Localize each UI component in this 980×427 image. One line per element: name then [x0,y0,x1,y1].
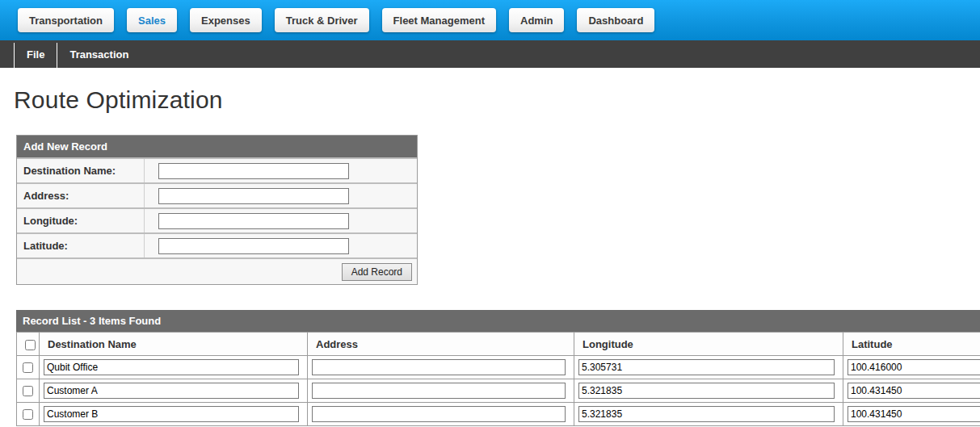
row-longitude-input[interactable] [578,406,835,422]
nav-button-dashboard[interactable]: Dashboard [577,8,654,32]
form-footer: Add Record [17,257,417,284]
row-address-input[interactable] [312,383,566,399]
row-destination-name-input[interactable] [44,383,299,399]
nav-button-admin[interactable]: Admin [509,8,564,32]
nav-button-sales[interactable]: Sales [127,8,177,32]
nav-button-fleet-management[interactable]: Fleet Management [382,8,496,32]
column-header-address: Address [308,333,574,356]
latitude-label: Latitude: [17,234,145,257]
row-latitude-input[interactable] [848,406,980,422]
column-header-longitude: Longitude [574,333,843,356]
column-header-latitude: Latitude [843,333,980,356]
row-latitude-input[interactable] [848,359,980,375]
longitude-cell [145,213,417,229]
table-row [17,379,980,403]
latitude-cell [145,238,417,254]
row-longitude-input[interactable] [578,359,835,375]
menu-file[interactable]: File [15,40,57,68]
row-checkbox[interactable] [23,362,33,373]
destination-name-label: Destination Name: [17,159,145,182]
latitude-input[interactable] [158,238,349,254]
form-row-address: Address: [17,182,417,207]
form-row-destination-name: Destination Name: [17,157,417,182]
record-list-panel: Record List - 3 Items Found Destination … [16,310,980,426]
longitude-input[interactable] [158,213,349,229]
nav-button-transportation[interactable]: Transportation [18,8,114,32]
select-all-checkbox[interactable] [25,340,36,350]
table-header-row: Destination Name Address Longitude Latit… [17,333,980,356]
table-row [17,356,980,379]
row-latitude-input[interactable] [848,383,980,399]
destination-name-input[interactable] [158,163,349,179]
row-checkbox[interactable] [23,409,33,420]
record-list-table: Destination Name Address Longitude Latit… [16,332,980,426]
row-longitude-input[interactable] [578,383,835,399]
row-destination-name-input[interactable] [44,406,299,422]
address-label: Address: [17,184,145,207]
menu-bar: File Transaction [0,40,980,68]
form-row-latitude: Latitude: [17,232,417,257]
top-navigation: Transportation Sales Expenses Truck & Dr… [0,0,980,40]
longitude-label: Longitude: [17,209,145,232]
menu-transaction[interactable]: Transaction [57,40,141,68]
address-cell [145,188,417,204]
page-title: Route Optimization [14,86,980,114]
record-list-header: Record List - 3 Items Found [16,310,980,332]
table-row [17,403,980,426]
form-row-longitude: Longitude: [17,207,417,232]
column-header-destination-name: Destination Name [40,333,308,356]
nav-button-truck-driver[interactable]: Truck & Driver [275,8,369,32]
row-address-input[interactable] [312,406,566,422]
nav-button-expenses[interactable]: Expenses [190,8,262,32]
row-checkbox[interactable] [23,386,33,396]
add-record-panel-header: Add New Record [17,136,417,157]
row-destination-name-input[interactable] [44,359,299,375]
add-record-button[interactable]: Add Record [342,263,412,281]
add-record-panel: Add New Record Destination Name: Address… [16,135,418,285]
address-input[interactable] [158,188,349,204]
row-address-input[interactable] [312,359,566,375]
destination-name-cell [145,163,417,179]
